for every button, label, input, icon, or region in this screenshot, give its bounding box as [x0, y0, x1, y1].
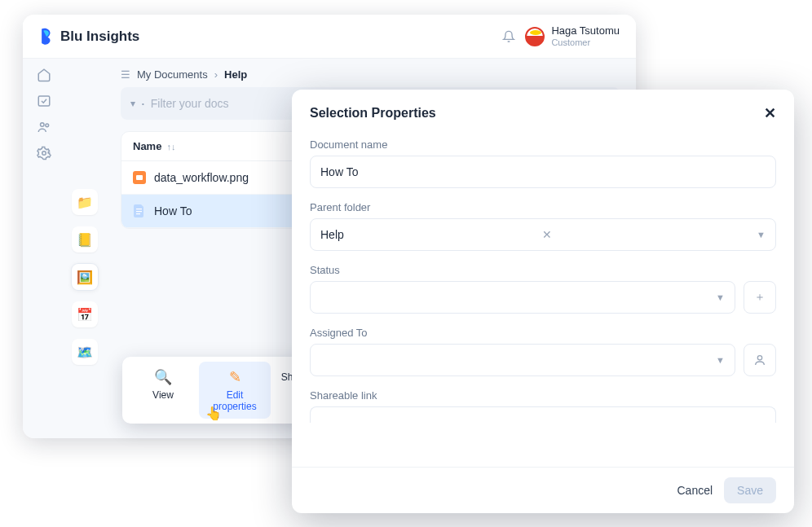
- team-icon[interactable]: [36, 119, 52, 135]
- field-status: Status ▼ ＋: [310, 264, 776, 314]
- panel-header: Selection Properties ✕: [292, 90, 794, 137]
- menu-icon[interactable]: ☰: [121, 68, 130, 81]
- svg-point-1: [41, 123, 45, 127]
- filter-dot-icon: •: [142, 100, 144, 108]
- select-assigned-to[interactable]: ▼: [310, 344, 735, 376]
- svg-point-2: [46, 124, 49, 127]
- brand[interactable]: Blu Insights: [39, 28, 139, 46]
- field-assigned-to: Assigned To ▼: [310, 327, 776, 376]
- save-button[interactable]: Save: [724, 477, 776, 503]
- select-parent-folder[interactable]: Help ✕ ▼: [310, 218, 776, 251]
- assign-user-button[interactable]: [744, 344, 776, 376]
- brand-logo-icon: [39, 28, 54, 46]
- category-bar: 📁 📒 🖼️ 📅 🗺️: [65, 181, 104, 438]
- svg-point-7: [757, 356, 761, 360]
- input-shareable-link[interactable]: [310, 406, 776, 423]
- chevron-down-icon: ▼: [716, 355, 725, 365]
- panel-footer: Cancel Save: [292, 467, 794, 513]
- close-icon[interactable]: ✕: [764, 104, 776, 122]
- settings-icon[interactable]: [36, 145, 52, 161]
- chip-notes[interactable]: 📒: [72, 226, 98, 253]
- row-name: How To: [154, 204, 192, 217]
- sort-icon: ↑↓: [166, 142, 175, 152]
- clear-icon[interactable]: ✕: [542, 228, 552, 241]
- chevron-down-icon: ▼: [757, 230, 766, 239]
- col-name[interactable]: Name ↑↓: [133, 140, 296, 152]
- field-document-name: Document name: [310, 138, 776, 188]
- chip-folder[interactable]: 📁: [72, 189, 98, 215]
- breadcrumb: ☰ My Documents › Help: [121, 68, 620, 81]
- chip-other[interactable]: 🗺️: [72, 339, 98, 365]
- field-parent-folder: Parent folder Help ✕ ▼: [310, 201, 776, 251]
- filter-input[interactable]: [151, 97, 314, 110]
- svg-rect-6: [136, 213, 140, 214]
- image-file-icon: [133, 171, 146, 184]
- label-shareable-link: Shareable link: [310, 389, 776, 402]
- panel-body: Document name Parent folder Help ✕ ▼ Sta…: [292, 137, 794, 467]
- add-status-button[interactable]: ＋: [744, 281, 776, 314]
- chip-images[interactable]: 🖼️: [72, 264, 98, 290]
- svg-rect-0: [38, 96, 50, 106]
- breadcrumb-current: Help: [224, 68, 247, 81]
- view-icon: 🔍: [132, 368, 194, 386]
- label-parent-folder: Parent folder: [310, 201, 776, 213]
- label-assigned-to: Assigned To: [310, 327, 776, 339]
- panel-title: Selection Properties: [310, 106, 436, 121]
- notifications-icon[interactable]: [502, 30, 515, 43]
- select-parent-value: Help: [320, 228, 344, 241]
- tasks-icon[interactable]: [36, 93, 52, 109]
- user-info[interactable]: Haga Tsutomu Customer: [551, 25, 620, 46]
- col-name-label: Name: [133, 140, 161, 152]
- user-name: Haga Tsutomu: [551, 25, 620, 37]
- selection-properties-panel: Selection Properties ✕ Document name Par…: [292, 90, 794, 513]
- brand-name: Blu Insights: [60, 29, 139, 45]
- breadcrumb-root[interactable]: My Documents: [137, 68, 208, 81]
- svg-point-3: [42, 152, 46, 156]
- label-status: Status: [310, 264, 776, 276]
- plus-icon: ＋: [754, 290, 766, 305]
- svg-rect-5: [136, 211, 142, 212]
- cancel-button[interactable]: Cancel: [677, 484, 713, 497]
- user-avatar[interactable]: [525, 27, 545, 46]
- ctx-view[interactable]: 🔍 View: [127, 362, 199, 419]
- side-nav: [23, 59, 65, 438]
- user-role: Customer: [551, 37, 620, 47]
- svg-rect-4: [136, 209, 142, 209]
- home-icon[interactable]: [36, 67, 52, 83]
- row-name: data_workflow.png: [154, 171, 249, 184]
- pencil-icon: ✎: [204, 368, 266, 386]
- user-icon: [753, 354, 766, 367]
- field-shareable-link: Shareable link: [310, 389, 776, 423]
- chevron-down-icon: ▼: [716, 292, 725, 302]
- filter-icon: ▾: [130, 98, 135, 109]
- doc-file-icon: [133, 204, 146, 217]
- label-document-name: Document name: [310, 138, 776, 151]
- input-document-name[interactable]: [310, 156, 776, 188]
- topbar: Blu Insights Haga Tsutomu Customer: [23, 15, 636, 59]
- chip-calendar[interactable]: 📅: [72, 301, 98, 327]
- cursor-icon: 👆: [205, 406, 222, 421]
- ctx-view-label: View: [152, 389, 174, 401]
- select-status[interactable]: ▼: [310, 281, 735, 314]
- chevron-right-icon: ›: [214, 68, 218, 81]
